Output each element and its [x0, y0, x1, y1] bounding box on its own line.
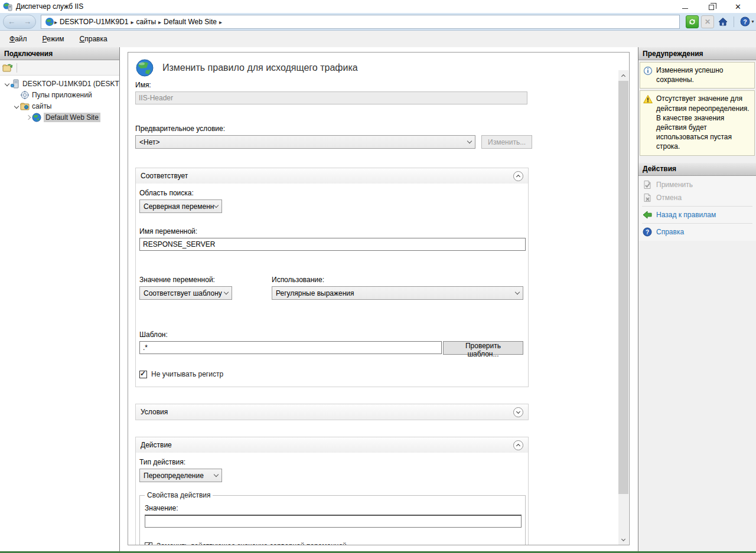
variable-name-label: Имя переменной: [139, 227, 523, 235]
replace-value-checkbox[interactable] [145, 542, 152, 545]
precondition-select[interactable]: <Нет> [135, 135, 475, 149]
restore-icon [709, 5, 714, 10]
stop-icon: ✕ [705, 18, 711, 26]
variable-value-label: Значение переменной: [139, 276, 272, 284]
home-icon [718, 17, 728, 27]
action-section: Действие Тип действия: Переопределение С… [135, 437, 529, 545]
home-button[interactable] [716, 15, 729, 28]
page-globe-icon [135, 58, 154, 77]
minimize-button[interactable] [672, 0, 698, 13]
conditions-section: Условия [135, 404, 529, 420]
pattern-label: Шаблон: [139, 331, 523, 339]
create-connection-icon[interactable] [2, 63, 13, 73]
precondition-value: <Нет> [139, 138, 468, 146]
navigation-toolbar: ← → DESKTOP-U1MK9D1 сайты Default Web Si… [0, 13, 756, 31]
variable-name-input[interactable] [139, 238, 526, 251]
collapse-section-button[interactable] [513, 440, 523, 450]
connections-tree: DESKTOP-U1MK9D1 (DESKTOI Пулы приложений [0, 76, 119, 123]
menu-bar: Файл Режим Справка [0, 31, 756, 47]
stop-button[interactable]: ✕ [701, 15, 714, 28]
breadcrumb-item-sites[interactable]: сайты [136, 18, 157, 26]
tree-item-default-web-site[interactable]: Default Web Site [0, 112, 119, 123]
help-action[interactable]: ? Справка [638, 225, 756, 238]
info-alert: Изменения успешно сохранены. [640, 62, 755, 89]
restore-button[interactable] [698, 0, 725, 13]
edit-precondition-button: Изменить... [481, 135, 532, 149]
globe-icon [45, 17, 54, 27]
back-to-rules-action[interactable]: Назад к правилам [638, 208, 756, 221]
breadcrumb-separator-icon [131, 18, 134, 26]
chevron-down-icon [467, 139, 472, 143]
svg-text:?: ? [646, 229, 649, 235]
tree-item-label: Default Web Site [44, 113, 100, 122]
close-icon: ✕ [735, 3, 741, 11]
refresh-button[interactable] [686, 15, 699, 28]
feature-view: Изменить правило для исходящего трафика … [128, 52, 630, 545]
help-circle-icon: ? [643, 227, 652, 237]
refresh-icon [688, 18, 696, 26]
tree-item-app-pools[interactable]: Пулы приложений [0, 89, 119, 100]
collapse-icon[interactable] [4, 82, 11, 86]
toolbar-separator [17, 63, 17, 73]
server-icon [11, 79, 20, 89]
match-section: Соответствует Область поиска: Серверная … [135, 168, 529, 387]
using-select[interactable]: Регулярные выражения [272, 286, 523, 300]
action-type-value: Переопределение [144, 472, 214, 480]
action-properties-legend: Свойства действия [145, 491, 213, 499]
scroll-down-button[interactable] [618, 535, 628, 545]
scrollbar-thumb[interactable] [618, 81, 628, 494]
breadcrumb[interactable]: DESKTOP-U1MK9D1 сайты Default Web Site [41, 15, 680, 29]
chevron-down-icon [214, 472, 219, 477]
collapse-icon[interactable] [13, 104, 20, 108]
variable-value-value: Соответствует шаблону [144, 289, 224, 297]
sites-folder-icon [20, 102, 30, 111]
nav-history-group: ← → [3, 15, 36, 29]
expand-section-button[interactable] [513, 407, 523, 417]
info-icon [643, 66, 653, 76]
help-icon: ? [740, 17, 750, 27]
vertical-scrollbar[interactable] [618, 70, 628, 545]
name-label: Имя: [135, 81, 617, 89]
help-dropdown-icon: ▾ [751, 19, 754, 24]
tree-item-server[interactable]: DESKTOP-U1MK9D1 (DESKTOI [0, 78, 119, 89]
breadcrumb-item-default-web-site[interactable]: Default Web Site [164, 18, 217, 26]
action-section-title: Действие [141, 441, 513, 449]
scroll-up-button[interactable] [618, 70, 628, 80]
menu-view[interactable]: Режим [43, 35, 64, 43]
ignore-case-checkbox[interactable] [139, 371, 147, 378]
apply-icon [643, 180, 652, 189]
pattern-input[interactable] [139, 341, 442, 354]
value-input[interactable] [145, 515, 522, 528]
tree-item-sites[interactable]: сайты [0, 100, 119, 112]
workspace-panel: Изменить правило для исходящего трафика … [120, 47, 638, 551]
close-button[interactable]: ✕ [725, 0, 751, 13]
chevron-down-icon [224, 290, 229, 295]
help-button[interactable]: ? ▾ [738, 15, 756, 28]
precondition-label: Предварительное условие: [135, 125, 617, 133]
connections-toolbar [0, 60, 119, 76]
back-to-rules-label: Назад к правилам [656, 211, 716, 219]
window-title: Диспетчер служб IIS [16, 2, 83, 11]
menu-file[interactable]: Файл [9, 35, 27, 43]
iis-app-icon [3, 2, 12, 11]
expand-icon[interactable] [25, 116, 32, 119]
forward-button[interactable]: → [24, 18, 31, 25]
action-type-select[interactable]: Переопределение [139, 469, 222, 482]
collapse-section-button[interactable] [513, 171, 523, 181]
svg-text:?: ? [744, 18, 747, 25]
name-input [135, 91, 527, 104]
actions-separator [642, 223, 752, 224]
site-globe-icon [32, 113, 41, 122]
connections-panel: Подключения [0, 47, 120, 551]
warning-icon [643, 94, 653, 104]
breadcrumb-separator-icon [54, 18, 57, 26]
breadcrumb-item-server[interactable]: DESKTOP-U1MK9D1 [60, 18, 128, 26]
scope-select[interactable]: Серверная переменн [139, 199, 222, 213]
test-pattern-button[interactable]: Проверить шаблон... [443, 341, 523, 355]
scope-label: Область поиска: [139, 189, 523, 197]
warning-alert: Отсутствует значение для действия переоп… [640, 90, 755, 155]
actions-separator [642, 206, 752, 207]
menu-help[interactable]: Справка [80, 35, 107, 43]
back-button[interactable]: ← [8, 18, 15, 25]
variable-value-select[interactable]: Соответствует шаблону [139, 286, 232, 300]
